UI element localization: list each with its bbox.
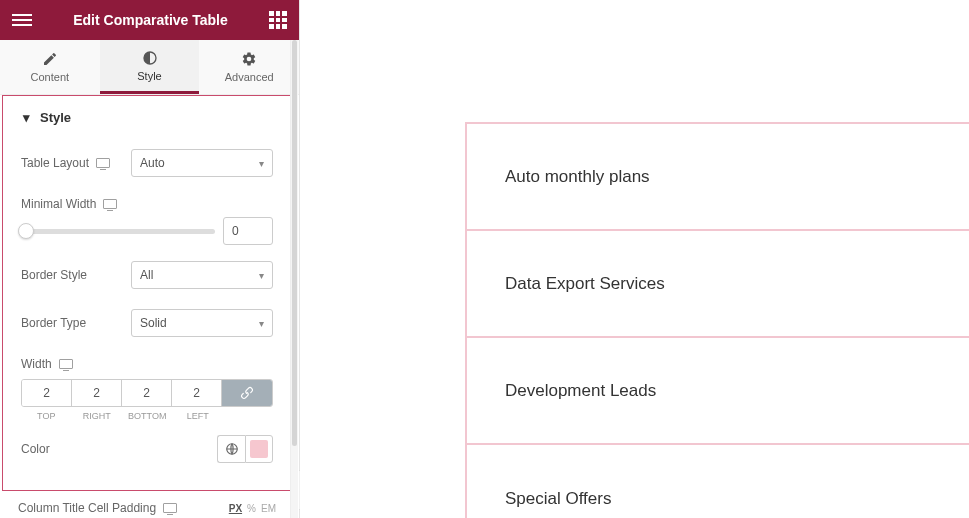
row-title: Development Leads [505,381,656,401]
control-label-text: Color [21,442,50,456]
menu-icon[interactable] [12,10,32,30]
comparative-table-preview: Auto monthly plans Data Export Services … [465,122,969,518]
chevron-down-icon: ▾ [259,318,264,329]
control-min-width: Minimal Width [3,187,291,211]
apps-icon[interactable] [269,11,287,29]
control-label-text: Border Type [21,316,86,330]
desktop-icon[interactable] [59,359,73,369]
unit-switcher: PX % EM [229,503,276,514]
width-left-input[interactable] [172,380,222,406]
desktop-icon[interactable] [163,503,177,513]
globe-icon [225,442,239,456]
control-border-type: Border Type Solid ▾ [3,299,291,347]
dim-label-left: LEFT [173,411,224,421]
link-values-button[interactable] [222,380,272,406]
contrast-icon [142,50,158,66]
color-preview [250,440,268,458]
dim-label-top: TOP [21,411,72,421]
control-label-text: Width [21,357,52,371]
control-label-text: Table Layout [21,156,89,170]
unit-pct[interactable]: % [247,503,256,514]
width-dimensions: TOP RIGHT BOTTOM LEFT [3,375,291,423]
width-right-input[interactable] [72,380,122,406]
control-label-text: Minimal Width [21,197,96,211]
min-width-slider[interactable] [21,229,215,234]
min-width-slider-row [3,211,291,251]
chevron-down-icon: ▾ [259,270,264,281]
control-width: Width [3,347,291,375]
chevron-down-icon: ▾ [259,158,264,169]
desktop-icon[interactable] [96,158,110,168]
unit-em[interactable]: EM [261,503,276,514]
width-bottom-input[interactable] [122,380,172,406]
editor-panel: Edit Comparative Table Content Style Adv… [0,0,300,518]
panel-header: Edit Comparative Table [0,0,299,40]
style-section-highlight: ▾ Style Table Layout Auto ▾ Minimal Widt… [2,95,292,491]
color-swatch[interactable] [245,435,273,463]
tab-label: Style [137,70,161,82]
panel-content: ▾ Style Table Layout Auto ▾ Minimal Widt… [0,95,299,518]
control-label-text: Border Style [21,268,87,282]
desktop-icon[interactable] [103,199,117,209]
tab-label: Content [31,71,70,83]
control-border-style: Border Style All ▾ [3,251,291,299]
tab-content[interactable]: Content [0,40,100,94]
link-icon [240,386,254,400]
panel-title: Edit Comparative Table [32,12,269,28]
control-cell-padding: Column Title Cell Padding PX % EM [0,491,294,518]
table-row: Auto monthly plans [467,124,969,231]
control-color: Color [3,423,291,475]
row-title: Special Offers [505,489,611,509]
dim-label-bottom: BOTTOM [122,411,173,421]
gear-icon [241,51,257,67]
table-row: Development Leads [467,338,969,445]
select-value: Solid [140,316,167,330]
border-style-select[interactable]: All ▾ [131,261,273,289]
tab-label: Advanced [225,71,274,83]
table-row: Special Offers [467,445,969,518]
caret-down-icon: ▾ [23,110,30,125]
width-top-input[interactable] [22,380,72,406]
global-color-button[interactable] [217,435,245,463]
min-width-input[interactable] [223,217,273,245]
select-value: All [140,268,153,282]
pencil-icon [42,51,58,67]
section-header-style[interactable]: ▾ Style [3,96,291,139]
row-title: Data Export Services [505,274,665,294]
table-row: Data Export Services [467,231,969,338]
dim-label-right: RIGHT [72,411,123,421]
tab-bar: Content Style Advanced [0,40,299,95]
scrollbar-thumb[interactable] [292,40,297,446]
control-label-text: Column Title Cell Padding [18,501,156,515]
border-type-select[interactable]: Solid ▾ [131,309,273,337]
tab-advanced[interactable]: Advanced [199,40,299,94]
unit-px[interactable]: PX [229,503,242,514]
row-title: Auto monthly plans [505,167,650,187]
tab-style[interactable]: Style [100,40,200,94]
select-value: Auto [140,156,165,170]
control-table-layout: Table Layout Auto ▾ [3,139,291,187]
preview-canvas: Auto monthly plans Data Export Services … [300,0,969,518]
section-title: Style [40,110,71,125]
slider-thumb[interactable] [18,223,34,239]
panel-scrollbar[interactable] [290,40,298,518]
table-layout-select[interactable]: Auto ▾ [131,149,273,177]
